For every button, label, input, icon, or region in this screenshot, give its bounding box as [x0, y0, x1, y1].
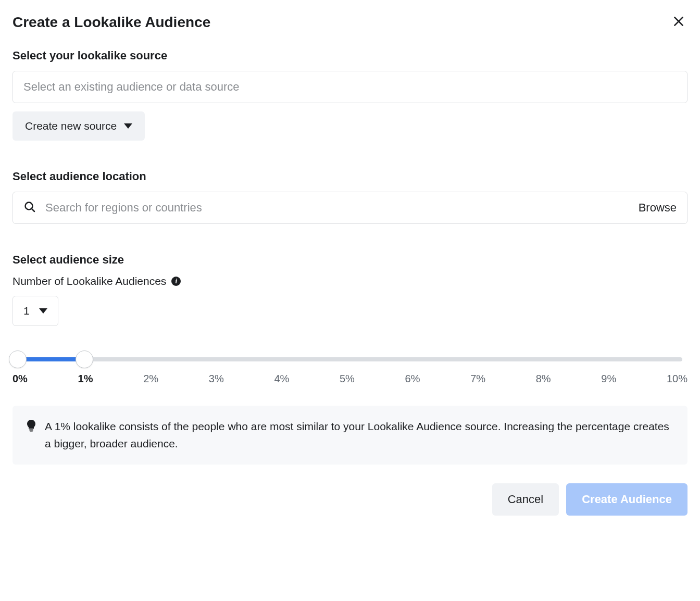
audience-count-select[interactable]: 1 — [12, 296, 58, 326]
create-new-source-label: Create new source — [25, 120, 117, 132]
size-slider-handle-start[interactable] — [9, 350, 27, 368]
slider-tick: 10% — [667, 373, 688, 385]
chevron-down-icon — [124, 123, 132, 129]
close-icon — [672, 21, 685, 30]
source-section-label: Select your lookalike source — [12, 49, 688, 62]
location-section-label: Select audience location — [12, 170, 688, 183]
slider-tick: 7% — [470, 373, 485, 385]
audience-count-label: Number of Lookalike Audiences — [12, 275, 166, 287]
size-slider-fill — [18, 357, 84, 361]
slider-tick: 3% — [209, 373, 224, 385]
slider-tick: 9% — [601, 373, 616, 385]
source-input[interactable] — [12, 71, 688, 103]
tip-text: A 1% lookalike consists of the people wh… — [45, 418, 674, 452]
info-icon[interactable]: i — [171, 277, 181, 286]
cancel-button[interactable]: Cancel — [492, 483, 559, 516]
slider-tick: 5% — [340, 373, 355, 385]
svg-rect-4 — [29, 430, 33, 431]
location-input[interactable] — [45, 201, 639, 215]
slider-tick: 4% — [274, 373, 289, 385]
slider-tick: 2% — [143, 373, 158, 385]
close-button[interactable] — [670, 12, 688, 32]
size-section-label: Select audience size — [12, 253, 688, 267]
create-new-source-button[interactable]: Create new source — [12, 111, 145, 141]
search-icon — [23, 201, 36, 215]
audience-count-value: 1 — [23, 305, 30, 317]
browse-button[interactable]: Browse — [639, 201, 677, 215]
create-audience-button[interactable]: Create Audience — [566, 483, 688, 516]
slider-tick: 8% — [536, 373, 551, 385]
size-slider-handle-end[interactable] — [76, 350, 93, 368]
size-slider-labels: 0% 1% 2% 3% 4% 5% 6% 7% 8% 9% 10% — [12, 373, 688, 385]
svg-rect-5 — [30, 431, 33, 432]
slider-tick: 6% — [405, 373, 420, 385]
svg-line-3 — [32, 209, 34, 211]
chevron-down-icon — [39, 308, 47, 314]
lightbulb-icon — [26, 419, 36, 452]
slider-tick: 1% — [78, 373, 93, 385]
location-input-wrapper[interactable]: Browse — [12, 192, 688, 224]
dialog-title: Create a Lookalike Audience — [12, 14, 210, 31]
slider-tick: 0% — [12, 373, 28, 385]
tip-box: A 1% lookalike consists of the people wh… — [12, 406, 688, 465]
size-slider-track[interactable] — [18, 357, 682, 361]
